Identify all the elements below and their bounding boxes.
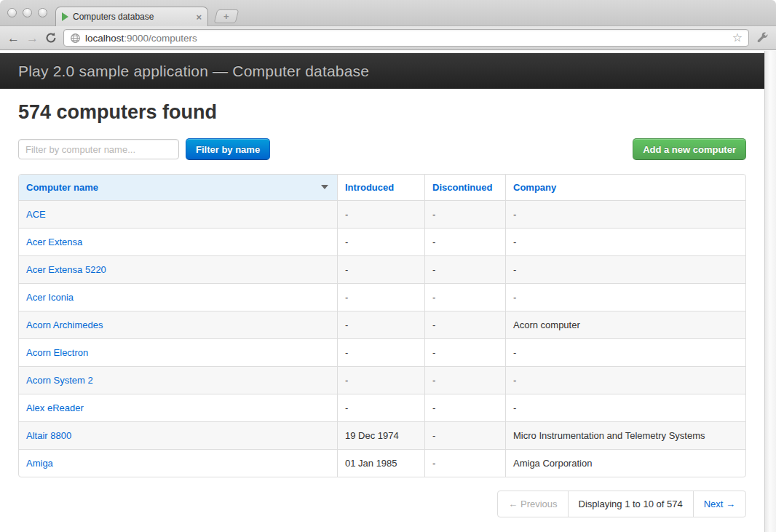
table-row: Acorn Electron--- <box>19 338 745 366</box>
tab-title: Computers database <box>73 12 191 22</box>
table-cell: - <box>337 366 424 394</box>
table-cell: - <box>337 338 424 366</box>
table-row: Acer Extensa--- <box>19 228 745 255</box>
computer-name-link[interactable]: Acer Iconia <box>26 292 74 303</box>
add-computer-button[interactable]: Add a new computer <box>633 138 746 160</box>
table-cell: - <box>424 255 505 283</box>
table-cell: - <box>424 366 505 394</box>
filter-input[interactable] <box>18 139 179 159</box>
pagination: ← Previous Displaying 1 to 10 of 574 Nex… <box>18 491 746 517</box>
computer-name-link[interactable]: Acorn System 2 <box>26 375 93 386</box>
wrench-menu-icon[interactable] <box>756 31 769 44</box>
table-cell: - <box>424 283 505 311</box>
computer-name-link[interactable]: Acorn Electron <box>26 347 88 358</box>
browser-tab[interactable]: Computers database × <box>55 7 208 26</box>
table-cell: Micro Instrumentation and Telemetry Syst… <box>505 421 745 449</box>
column-header-introduced[interactable]: Introduced <box>337 175 424 200</box>
table-cell: - <box>505 200 745 228</box>
computers-table: Computer name Introduced Discontinued Co… <box>18 174 746 477</box>
table-row: Alex eReader--- <box>19 394 745 421</box>
table-cell: - <box>505 338 745 366</box>
table-cell: - <box>424 228 505 255</box>
computer-name-link[interactable]: Acer Extensa <box>26 237 82 247</box>
table-cell: - <box>337 311 424 338</box>
computer-name-link[interactable]: Acer Extensa 5220 <box>26 264 106 275</box>
filter-button[interactable]: Filter by name <box>186 138 270 160</box>
table-cell: - <box>424 311 505 338</box>
computer-name-cell: Acer Iconia <box>19 283 337 311</box>
computer-name-cell: Altair 8800 <box>19 421 337 449</box>
scrollbar[interactable] <box>764 51 776 532</box>
address-bar[interactable]: localhost:9000/computers ☆ <box>63 29 749 47</box>
computer-name-cell: Amiga <box>19 449 337 477</box>
page-content: Play 2.0 sample application — Computer d… <box>0 51 764 532</box>
table-row: Acer Iconia--- <box>19 283 745 311</box>
computer-name-link[interactable]: Amiga <box>26 458 53 469</box>
table-cell: - <box>424 449 505 477</box>
reload-icon[interactable] <box>45 32 57 44</box>
table-cell: - <box>424 200 505 228</box>
computer-name-link[interactable]: Altair 8800 <box>26 430 71 441</box>
table-row: Acorn System 2--- <box>19 366 745 394</box>
url-text: localhost:9000/computers <box>85 33 728 44</box>
column-header-label: Computer name <box>26 182 98 193</box>
computer-name-link[interactable]: Alex eReader <box>26 402 84 413</box>
table-body: ACE---Acer Extensa---Acer Extensa 5220--… <box>19 200 745 477</box>
table-row: Acer Extensa 5220--- <box>19 255 745 283</box>
computer-name-cell: Acorn Electron <box>19 338 337 366</box>
computer-name-cell: Acer Extensa 5220 <box>19 255 337 283</box>
table-cell: 01 Jan 1985 <box>337 449 424 477</box>
url-path: :9000/computers <box>124 33 197 44</box>
table-cell: - <box>337 394 424 421</box>
back-icon[interactable]: ← <box>7 32 20 44</box>
table-cell: - <box>337 200 424 228</box>
table-cell: - <box>337 283 424 311</box>
computer-name-cell: Acorn Archimedes <box>19 311 337 338</box>
computer-name-link[interactable]: Acorn Archimedes <box>26 319 103 330</box>
plus-icon: + <box>223 12 229 21</box>
globe-icon <box>70 33 81 44</box>
table-cell: Acorn computer <box>505 311 745 338</box>
browser-toolbar: ← → localhost:9000/computers ☆ <box>0 26 776 50</box>
table-cell: 19 Dec 1974 <box>337 421 424 449</box>
app-title: Play 2.0 sample application — Computer d… <box>18 63 369 80</box>
computer-name-cell: ACE <box>19 200 337 228</box>
table-cell: - <box>337 255 424 283</box>
computer-name-cell: Acorn System 2 <box>19 366 337 394</box>
previous-page-button: ← Previous <box>498 491 567 517</box>
column-header-company[interactable]: Company <box>505 175 745 200</box>
forward-icon: → <box>26 32 39 44</box>
table-cell: - <box>337 228 424 255</box>
url-host: localhost <box>85 33 124 44</box>
next-page-button[interactable]: Next → <box>693 491 745 517</box>
pagination-group: ← Previous Displaying 1 to 10 of 574 Nex… <box>497 491 746 517</box>
play-favicon-icon <box>62 12 68 21</box>
computer-name-link[interactable]: ACE <box>26 209 46 220</box>
table-row: Amiga01 Jan 1985-Amiga Corporation <box>19 449 745 477</box>
column-header-computer-name[interactable]: Computer name <box>19 175 337 200</box>
table-cell: - <box>505 255 745 283</box>
table-cell: - <box>424 338 505 366</box>
window-close-button[interactable] <box>7 8 17 17</box>
new-tab-button[interactable]: + <box>214 9 239 23</box>
window-zoom-button[interactable] <box>38 8 47 17</box>
table-row: Altair 880019 Dec 1974-Micro Instrumenta… <box>19 421 745 449</box>
app-header: Play 2.0 sample application — Computer d… <box>0 53 764 89</box>
bookmark-star-icon[interactable]: ☆ <box>732 32 743 44</box>
browser-window: Computers database × + ← → localhost: <box>0 0 776 532</box>
window-controls <box>7 8 47 17</box>
table-cell: - <box>424 394 505 421</box>
pagination-status: Displaying 1 to 10 of 574 <box>568 491 693 517</box>
table-cell: - <box>505 394 745 421</box>
window-minimize-button[interactable] <box>23 8 32 17</box>
table-cell: - <box>505 228 745 255</box>
table-header-row: Computer name Introduced Discontinued Co… <box>19 175 745 200</box>
tab-close-icon[interactable]: × <box>196 12 202 22</box>
column-header-discontinued[interactable]: Discontinued <box>424 175 505 200</box>
page-title: 574 computers found <box>18 101 746 124</box>
table-cell: - <box>505 366 745 394</box>
filter-controls: Filter by name Add a new computer <box>18 138 746 160</box>
tab-strip: Computers database × + <box>0 0 776 26</box>
computer-name-cell: Alex eReader <box>19 394 337 421</box>
computer-name-cell: Acer Extensa <box>19 228 337 255</box>
